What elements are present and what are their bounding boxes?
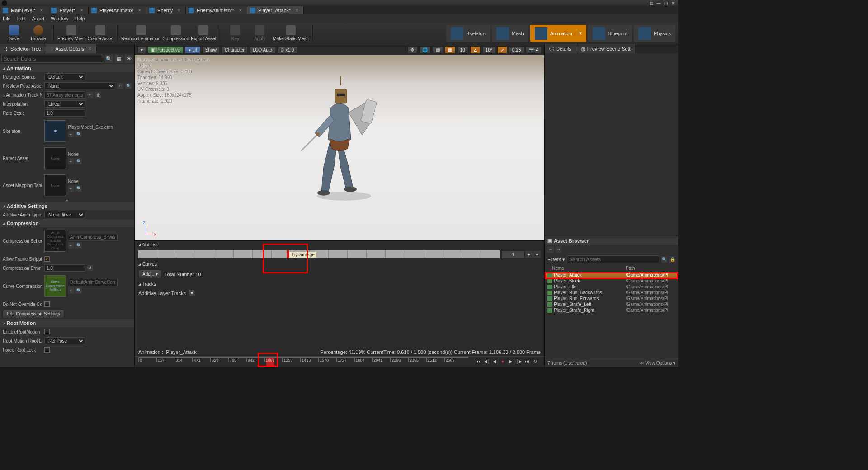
menu-help[interactable]: Help (75, 16, 85, 21)
window-close[interactable]: ✕ (670, 0, 676, 6)
col-path-header[interactable]: Path (626, 266, 675, 271)
edit-compression-button[interactable]: Edit Compression Settings (3, 310, 64, 318)
use-icon[interactable]: ← (68, 242, 74, 249)
close-icon[interactable]: ✕ (177, 8, 181, 13)
perspective-button[interactable]: ▣ Perspective (148, 46, 183, 54)
root-lock-select[interactable]: Ref Pose (44, 337, 85, 344)
use-icon[interactable]: ← (68, 158, 74, 164)
doc-tab-enemyanimator-[interactable]: EnemyAnimator*✕ (186, 6, 247, 14)
tab-details[interactable]: ⓘDetails (545, 44, 576, 53)
retarget-source-select[interactable]: Default (44, 73, 85, 80)
reverse-button[interactable]: ◀ (491, 357, 498, 365)
menu-asset[interactable]: Asset (32, 16, 45, 21)
browse-icon[interactable]: 🔍 (75, 287, 82, 294)
tab-skeleton-tree[interactable]: ⊹Skeleton Tree (0, 44, 46, 53)
browse-icon[interactable]: 🔍 (75, 185, 82, 192)
to-end-button[interactable]: ⏭ (524, 357, 531, 365)
close-icon[interactable]: ✕ (40, 8, 43, 13)
search-icon[interactable]: 🔍 (105, 55, 113, 63)
close-icon[interactable]: ✕ (138, 8, 142, 13)
allow-stripping-checkbox[interactable] (44, 256, 50, 262)
force-root-lock-checkbox[interactable] (44, 347, 50, 352)
preview-mesh-button[interactable]: Preview Mesh (57, 24, 86, 43)
asset-row-player_run_forwards[interactable]: Player_Run_Forwards/Game/Animations/Pl (545, 296, 678, 301)
make-static-button[interactable]: Make Static Mesh (273, 24, 308, 43)
asset-row-player_run_backwards[interactable]: Player_Run_Backwards/Game/Animations/Pl (545, 290, 678, 296)
notify-track[interactable]: TryDamage (138, 250, 500, 258)
browse-icon[interactable]: 🔍 (75, 131, 82, 137)
menu-edit[interactable]: Edit (17, 16, 26, 21)
view-grid-icon[interactable]: ▦ (115, 55, 123, 63)
additive-layer-dropdown[interactable]: ▾ (189, 290, 195, 296)
show-button[interactable]: Show (202, 46, 220, 54)
playback-speed-button[interactable]: ⊖ x1.0 (277, 46, 297, 54)
browse-icon[interactable]: 🔍 (75, 158, 82, 164)
lit-button[interactable]: ● Lit (185, 46, 200, 54)
use-icon[interactable]: ← (68, 131, 74, 137)
rate-scale-input[interactable] (44, 109, 85, 117)
lod-button[interactable]: LOD Auto (250, 46, 275, 54)
mode-physics-button[interactable]: Physics (634, 25, 675, 42)
curves-header[interactable]: Curves (135, 260, 544, 268)
section-animation[interactable]: Animation (0, 64, 134, 72)
browse-button[interactable]: Browse (27, 24, 50, 43)
compression-button[interactable]: Compression (162, 24, 189, 43)
scale-snap-button[interactable]: ⤢ (497, 46, 507, 54)
eye-icon[interactable]: 👁 (125, 55, 133, 63)
do-not-override-checkbox[interactable] (44, 301, 50, 307)
lock-icon[interactable]: 🔒 (669, 256, 675, 263)
clear-icon[interactable]: 🗑 (95, 92, 101, 98)
close-icon[interactable]: ✕ (88, 47, 92, 51)
notifies-header[interactable]: Notifies (135, 241, 544, 249)
section-compression[interactable]: Compression (0, 219, 134, 227)
transform-gizmo-button[interactable]: ✥ (407, 46, 417, 54)
add-element-icon[interactable]: + (87, 92, 93, 98)
view-options-dropdown[interactable]: 👁 View Options ▾ (640, 361, 675, 366)
play-button[interactable]: ▶ (507, 357, 514, 365)
enable-root-motion-checkbox[interactable] (44, 329, 50, 334)
doc-tab-mainlevel-[interactable]: MainLevel*✕ (0, 6, 48, 14)
notify-marker-trydamage[interactable]: TryDamage (287, 250, 316, 258)
timeline-ruler[interactable]: 0157314471628785942109912561413157017271… (138, 357, 468, 367)
section-additive[interactable]: Additive Settings (0, 202, 134, 210)
col-name-header[interactable]: Name (547, 266, 626, 271)
window-console-icon[interactable]: ▤ (648, 0, 655, 6)
scale-snap-value[interactable]: 0.25 (509, 46, 524, 54)
error-threshold-input[interactable] (44, 264, 85, 272)
search-assets-input[interactable] (567, 255, 659, 263)
browse-icon[interactable]: 🔍 (75, 242, 82, 249)
preview-pose-select[interactable]: None (44, 82, 115, 89)
menu-window[interactable]: Window (51, 16, 68, 21)
close-icon[interactable]: ✕ (295, 8, 299, 13)
tab-asset-details[interactable]: ≡Asset Details✕ (46, 44, 97, 53)
mode-skeleton-button[interactable]: Skeleton (446, 25, 490, 42)
section-root-motion[interactable]: Root Motion (0, 319, 134, 327)
rotation-snap-value[interactable]: 10° (482, 46, 495, 54)
asset-row-player_strafe_right[interactable]: Player_Strafe_Right/Game/Animations/Pl (545, 307, 678, 313)
window-maximize[interactable]: ▢ (663, 0, 669, 6)
rotation-snap-button[interactable]: ∠ (470, 46, 481, 54)
browse-icon[interactable]: 🔍 (125, 83, 132, 89)
search-details-input[interactable] (1, 55, 103, 63)
create-asset-button[interactable]: Create Asset (88, 24, 113, 43)
skeleton-thumb[interactable]: ✱ (44, 120, 66, 142)
history-forward-button[interactable]: → (556, 246, 562, 253)
mapping-thumb[interactable]: None (44, 174, 66, 196)
doc-tab-player-[interactable]: Player*✕ (48, 6, 88, 14)
record-button[interactable]: ● (499, 357, 506, 365)
asset-row-player_block[interactable]: Player_Block/Game/Animations/Pl (545, 278, 678, 284)
loop-button[interactable]: ↻ (532, 357, 539, 365)
doc-tab-player_attack-[interactable]: Player_Attack*✕ (247, 6, 304, 14)
menu-file[interactable]: File (3, 16, 11, 21)
mode-animation-button[interactable]: Animation▾ (530, 25, 586, 42)
close-icon[interactable]: ✕ (80, 8, 84, 13)
tracks-header[interactable]: Tracks (135, 280, 544, 288)
reset-icon[interactable]: ← (117, 83, 123, 89)
window-minimize[interactable]: — (656, 0, 662, 6)
grid-snap-button[interactable]: ▦ (445, 46, 455, 54)
to-start-button[interactable]: ⏮ (475, 357, 482, 365)
add-curve-button[interactable]: Add... ▾ (138, 270, 162, 278)
reimport-button[interactable]: Reimport Animation (121, 24, 160, 43)
search-icon[interactable]: 🔍 (661, 256, 667, 263)
asset-row-player_attack[interactable]: Player_Attack/Game/Animations/Pl (545, 272, 678, 278)
